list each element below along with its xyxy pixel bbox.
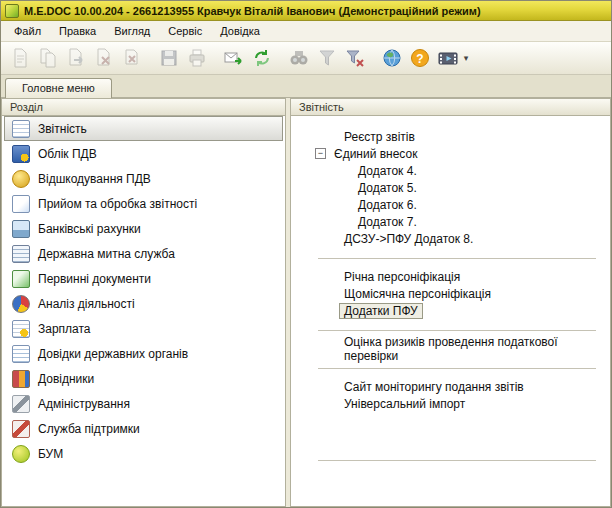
- sidebar-item-state-certificates[interactable]: Довідки державних органів: [4, 341, 283, 366]
- new-document-icon[interactable]: [7, 45, 33, 71]
- wrench-icon: [12, 395, 30, 413]
- video-tutorial-icon[interactable]: [435, 45, 461, 71]
- tree-item-report-registry[interactable]: Реєстр звітів: [291, 128, 610, 145]
- left-panel-header: Розділ: [1, 98, 286, 116]
- svg-text:?: ?: [416, 52, 423, 66]
- sidebar-item-directories[interactable]: Довідники: [4, 366, 283, 391]
- reports-tree: Реєстр звітів − Єдиний внесок Додаток 4.…: [290, 116, 611, 507]
- books-icon: [12, 370, 30, 388]
- tab-strip: Головне меню: [1, 75, 611, 98]
- sidebar-item-reporting[interactable]: Звітність: [4, 116, 283, 141]
- sidebar-item-activity-analysis[interactable]: Аналіз діяльності: [4, 291, 283, 316]
- tree-item-appendix-4[interactable]: Додаток 4.: [291, 162, 610, 179]
- certificate-icon: [12, 345, 30, 363]
- toolbar-separator: [147, 47, 154, 69]
- tree-item-monthly-personification[interactable]: Щомісячна персоніфікація: [291, 285, 610, 302]
- menu-service[interactable]: Сервіс: [159, 22, 211, 40]
- tree-item-pfu-appendices[interactable]: Додатки ПФУ: [291, 302, 610, 319]
- tree-item-monitoring-site[interactable]: Сайт моніторингу подання звітів: [291, 378, 610, 395]
- bank-icon: [12, 220, 30, 238]
- toolbar-separator: [212, 47, 219, 69]
- filter-icon[interactable]: [314, 45, 340, 71]
- right-panel-header: Звітність: [290, 98, 611, 116]
- app-window: M.E.DOC 10.00.204 - 2661213955 Кравчук В…: [0, 0, 612, 508]
- sidebar-item-report-processing[interactable]: Прийом та обробка звітності: [4, 191, 283, 216]
- reports-panel: Звітність Реєстр звітів − Єдиний внесок …: [290, 98, 611, 507]
- tree-item-appendix-6[interactable]: Додаток 6.: [291, 196, 610, 213]
- toolbar-dropdown-icon[interactable]: ▾: [461, 53, 471, 63]
- group-separator: [318, 330, 596, 331]
- copy-document-icon[interactable]: [35, 45, 61, 71]
- collapse-icon[interactable]: −: [315, 148, 326, 159]
- bum-icon: [12, 445, 30, 463]
- sidebar-item-support[interactable]: Служба підтримки: [4, 416, 283, 441]
- menu-file[interactable]: Файл: [5, 22, 50, 40]
- vat-book-icon: [12, 145, 30, 163]
- tree-item-appendix-5[interactable]: Додаток 5.: [291, 179, 610, 196]
- export-document-icon[interactable]: [63, 45, 89, 71]
- reports-icon: [12, 120, 30, 138]
- menu-help[interactable]: Довідка: [211, 22, 269, 40]
- sidebar-item-bum[interactable]: БУМ: [4, 441, 283, 466]
- section-list: Звітність Облік ПДВ Відшкодування ПДВ Пр…: [1, 116, 286, 507]
- inbox-document-icon: [12, 195, 30, 213]
- toolbar: ? ▾: [1, 42, 611, 75]
- remove-record-icon[interactable]: [119, 45, 145, 71]
- sidebar-item-customs-service[interactable]: Державна митна служба: [4, 241, 283, 266]
- tree-item-tax-audit-risk[interactable]: Оцінка ризиків проведення податкової пер…: [291, 340, 610, 357]
- sidebar-item-vat-refund[interactable]: Відшкодування ПДВ: [4, 166, 283, 191]
- sidebar-item-vat-accounting[interactable]: Облік ПДВ: [4, 141, 283, 166]
- menu-bar: Файл Правка Вигляд Сервіс Довідка: [1, 21, 611, 42]
- pie-chart-icon: [12, 295, 30, 313]
- tab-main-menu[interactable]: Головне меню: [5, 78, 112, 98]
- clear-filter-icon[interactable]: [342, 45, 368, 71]
- title-bar: M.E.DOC 10.00.204 - 2661213955 Кравчук В…: [1, 1, 611, 21]
- tree-item-annual-personification[interactable]: Річна персоніфікація: [291, 268, 610, 285]
- sidebar-item-salary[interactable]: Зарплата: [4, 316, 283, 341]
- window-title: M.E.DOC 10.00.204 - 2661213955 Кравчук В…: [24, 5, 481, 17]
- toolbar-separator: [277, 47, 284, 69]
- sidebar-item-bank-accounts[interactable]: Банківські рахунки: [4, 216, 283, 241]
- menu-edit[interactable]: Правка: [50, 22, 105, 40]
- content-area: Розділ Звітність Облік ПДВ Відшкодування…: [1, 98, 611, 507]
- delete-document-icon[interactable]: [91, 45, 117, 71]
- sidebar-item-primary-documents[interactable]: Первинні документи: [4, 266, 283, 291]
- internet-globe-icon[interactable]: [379, 45, 405, 71]
- group-separator: [318, 460, 596, 461]
- tree-item-appendix-7[interactable]: Додаток 7.: [291, 213, 610, 230]
- group-separator: [318, 368, 596, 369]
- toolbar-separator: [370, 47, 377, 69]
- receive-mail-icon[interactable]: [221, 45, 247, 71]
- search-binoculars-icon[interactable]: [286, 45, 312, 71]
- group-separator: [318, 258, 596, 259]
- tree-item-dszu-pfu-appendix-8[interactable]: ДСЗУ->ПФУ Додаток 8.: [291, 230, 610, 247]
- tab-main-menu-label: Головне меню: [22, 82, 95, 94]
- sections-panel: Розділ Звітність Облік ПДВ Відшкодування…: [1, 98, 286, 507]
- tree-item-universal-import[interactable]: Універсальний імпорт: [291, 395, 610, 412]
- exchange-refresh-icon[interactable]: [249, 45, 275, 71]
- tree-item-single-contribution[interactable]: − Єдиний внесок: [291, 145, 610, 162]
- customs-document-icon: [12, 245, 30, 263]
- save-icon[interactable]: [156, 45, 182, 71]
- salary-document-icon: [12, 320, 30, 338]
- menu-view[interactable]: Вигляд: [105, 22, 159, 40]
- help-icon[interactable]: ?: [407, 45, 433, 71]
- sidebar-item-administration[interactable]: Адміністрування: [4, 391, 283, 416]
- app-icon: [5, 4, 19, 18]
- coins-icon: [12, 170, 30, 188]
- support-tool-icon: [12, 420, 30, 438]
- green-document-icon: [12, 270, 30, 288]
- print-icon[interactable]: [184, 45, 210, 71]
